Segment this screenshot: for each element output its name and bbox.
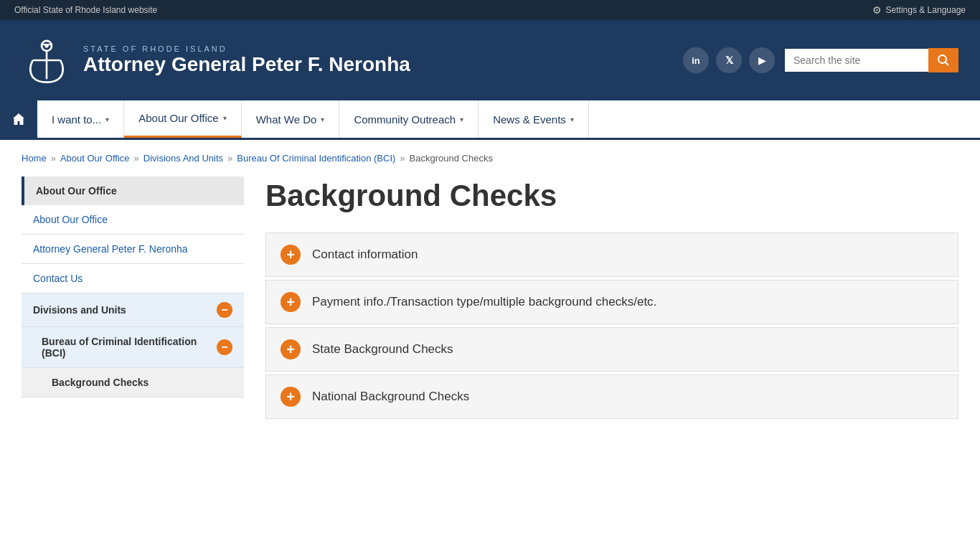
breadcrumb-separator: » (227, 153, 232, 164)
accordion-label-state-checks: State Background Checks (312, 342, 453, 357)
linkedin-icon[interactable]: in (683, 47, 709, 73)
sidebar-section-header: About Our Office (22, 176, 244, 205)
chevron-down-icon: ▾ (105, 116, 109, 123)
breadcrumb-current: Background Checks (410, 153, 493, 164)
breadcrumb-bci[interactable]: Bureau Of Criminal Identification (BCI) (237, 153, 395, 164)
breadcrumb-divisions-units[interactable]: Divisions And Units (143, 153, 223, 164)
sidebar-sub-sub-item-label: Background Checks (52, 377, 149, 388)
accordion-plus-icon: + (281, 245, 301, 265)
accordion-item-national-checks[interactable]: + National Background Checks (265, 375, 958, 419)
main-content: About Our Office About Our Office Attorn… (0, 176, 980, 451)
accordion-plus-icon: + (281, 339, 301, 359)
top-bar: Official State of Rhode Island website ⚙… (0, 0, 980, 20)
sidebar-item-about-our-office[interactable]: About Our Office (22, 205, 244, 235)
nav-item-aboutoffice[interactable]: About Our Office ▾ (124, 100, 241, 138)
nav-label-iwantto: I want to... (52, 113, 101, 126)
content-area: Background Checks + Contact information … (265, 176, 958, 422)
sidebar-item-label: Divisions and Units (33, 304, 126, 316)
sidebar-toggle-bci[interactable]: − (217, 339, 232, 355)
accordion-label-payment-info: Payment info./Transaction type/multiple … (312, 295, 656, 309)
search-icon (937, 54, 950, 67)
chevron-down-icon: ▾ (223, 114, 227, 122)
sidebar-item-label: Attorney General Peter F. Neronha (33, 243, 188, 255)
svg-line-6 (946, 62, 949, 66)
breadcrumb-about-our-office[interactable]: About Our Office (60, 153, 130, 164)
home-nav-button[interactable] (0, 100, 37, 138)
sidebar-item-background-checks[interactable]: Background Checks (22, 368, 244, 397)
sidebar-section-title: About Our Office (36, 185, 117, 197)
official-text: Official State of Rhode Island website (14, 5, 157, 15)
sidebar-item-contact-us[interactable]: Contact Us (22, 264, 244, 293)
chevron-down-icon: ▾ (460, 116, 463, 123)
chevron-down-icon: ▾ (321, 116, 324, 123)
accordion-item-contact-info[interactable]: + Contact information (265, 232, 958, 277)
accordion-item-payment-info[interactable]: + Payment info./Transaction type/multipl… (265, 280, 958, 324)
sidebar-item-label: Contact Us (33, 273, 83, 284)
breadcrumb-home[interactable]: Home (22, 153, 47, 164)
anchor-logo (22, 32, 72, 89)
header-title-block: STATE OF RHODE ISLAND Attorney General P… (83, 44, 410, 76)
nav-item-iwantto[interactable]: I want to... ▾ (37, 100, 124, 138)
settings-label: Settings & Language (886, 5, 966, 15)
settings-language-button[interactable]: ⚙ Settings & Language (872, 4, 966, 16)
header-branding: STATE OF RHODE ISLAND Attorney General P… (22, 32, 410, 89)
youtube-icon[interactable]: ▶ (749, 47, 775, 73)
chevron-down-icon: ▾ (570, 116, 574, 123)
accordion-label-contact-info: Contact information (312, 248, 418, 262)
svg-point-5 (938, 55, 946, 63)
breadcrumb: Home » About Our Office » Divisions And … (0, 140, 980, 176)
sidebar-toggle-divisions[interactable]: − (217, 302, 232, 318)
sidebar-item-divisions-units[interactable]: Divisions and Units − (22, 293, 244, 327)
twitter-icon[interactable]: 𝕏 (716, 47, 742, 73)
nav-label-communityoutreach: Community Outreach (354, 113, 456, 126)
header-right: in 𝕏 ▶ (683, 47, 958, 73)
search-bar (785, 48, 958, 72)
accordion-plus-icon: + (281, 292, 301, 312)
sidebar-item-bci[interactable]: Bureau of Criminal Identification (BCI) … (22, 327, 244, 368)
state-name: STATE OF RHODE ISLAND (83, 44, 410, 53)
page-title: Background Checks (265, 179, 958, 212)
nav-label-newsevents: News & Events (493, 113, 566, 126)
nav-item-communityoutreach[interactable]: Community Outreach ▾ (339, 100, 479, 138)
sidebar-item-ag-name[interactable]: Attorney General Peter F. Neronha (22, 235, 244, 264)
search-button[interactable] (928, 48, 958, 72)
site-header: STATE OF RHODE ISLAND Attorney General P… (0, 20, 980, 100)
accordion-plus-icon: + (281, 387, 301, 407)
sidebar-item-label: About Our Office (33, 214, 108, 225)
gear-icon: ⚙ (872, 4, 882, 16)
nav-item-whatwedo[interactable]: What We Do ▾ (242, 100, 340, 138)
breadcrumb-separator: » (134, 153, 139, 164)
accordion-label-national-checks: National Background Checks (312, 390, 469, 404)
nav-label-whatwedo: What We Do (256, 113, 317, 126)
nav-bar: I want to... ▾ About Our Office ▾ What W… (0, 100, 980, 140)
sidebar: About Our Office About Our Office Attorn… (22, 176, 244, 422)
ag-name: Attorney General Peter F. Neronha (83, 53, 410, 76)
accordion-item-state-checks[interactable]: + State Background Checks (265, 327, 958, 372)
breadcrumb-separator: » (51, 153, 56, 164)
home-icon (11, 112, 26, 126)
nav-item-newsevents[interactable]: News & Events ▾ (479, 100, 589, 138)
sidebar-sub-item-label: Bureau of Criminal Identification (BCI) (42, 336, 217, 359)
nav-label-aboutoffice: About Our Office (138, 112, 218, 124)
breadcrumb-separator: » (400, 153, 405, 164)
search-input[interactable] (785, 49, 928, 72)
social-icons: in 𝕏 ▶ (683, 47, 775, 73)
